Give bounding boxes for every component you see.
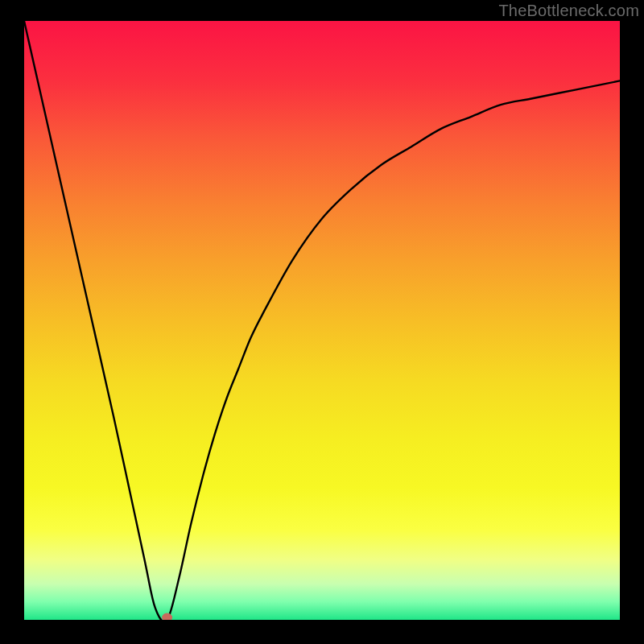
chart-background-gradient bbox=[24, 21, 620, 620]
chart-svg bbox=[24, 21, 620, 620]
chart-plot-area bbox=[24, 21, 620, 620]
chart-frame: TheBottleneck.com bbox=[0, 0, 644, 644]
watermark-text: TheBottleneck.com bbox=[498, 2, 639, 20]
optimal-point-marker bbox=[163, 613, 172, 620]
